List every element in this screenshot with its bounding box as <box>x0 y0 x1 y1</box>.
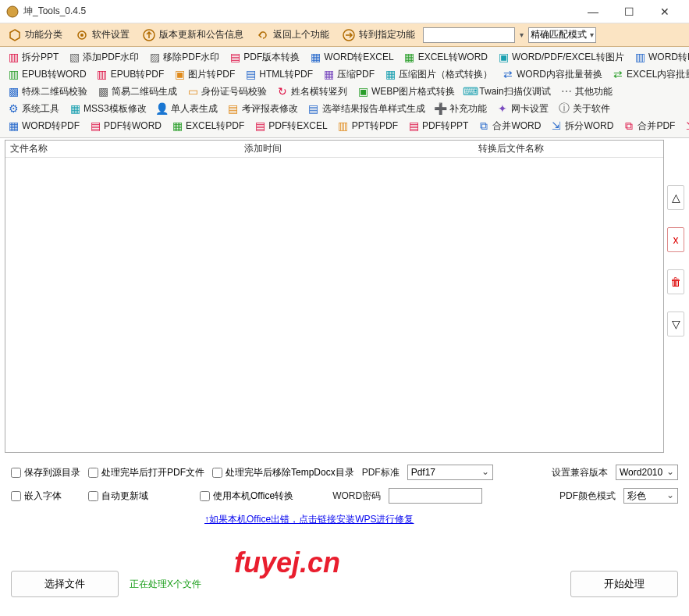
tool-add-pdf-watermark[interactable]: ▧添加PDF水印 <box>64 50 143 65</box>
tool-election-report[interactable]: ▤选举结果报告单样式生成 <box>304 101 429 116</box>
color-mode-select[interactable]: 彩色 <box>623 488 678 504</box>
options-row-1: 保存到源目录 处理完毕后打开PDF文件 处理完毕后移除TempDocx目录 PD… <box>11 461 678 484</box>
back-button[interactable]: 返回上个功能 <box>251 27 334 44</box>
chk-open-after[interactable]: 处理完毕后打开PDF文件 <box>88 466 204 479</box>
category-button[interactable]: 功能分类 <box>3 27 67 44</box>
chk-label: 使用本机Office转换 <box>213 490 293 503</box>
list-icon: ▤ <box>307 102 320 115</box>
tool-name-rotate[interactable]: ↻姓名横转竖列 <box>272 84 351 99</box>
clear-button[interactable]: 🗑 <box>667 269 684 294</box>
rotate-icon: ↻ <box>276 85 289 98</box>
tool-pdf-version[interactable]: ▤PDF版本转换 <box>225 50 304 65</box>
chk-save-source[interactable]: 保存到源目录 <box>11 466 80 479</box>
chk-label: 保存到源目录 <box>24 466 80 479</box>
svg-point-3 <box>80 34 83 37</box>
tool-label: PDF转WORD <box>104 119 162 133</box>
move-up-button[interactable]: △ <box>667 185 684 210</box>
dropdown-caret-icon[interactable]: ▾ <box>520 30 524 39</box>
tool-row-3: ▩特殊二维码校验 ▩简易二维码生成 ▭身份证号码校验 ↻姓名横转竖列 ▣WEBP… <box>3 83 686 100</box>
match-mode-select[interactable]: 精确匹配模式 ▾ <box>528 27 596 43</box>
color-mode-label: PDF颜色模式 <box>559 490 616 503</box>
tool-split-pdf[interactable]: ⇲拆分PDF <box>680 119 689 134</box>
button-label: 开始处理 <box>604 577 645 591</box>
tool-ppt-to-pdf[interactable]: ▥PPT转PDF <box>333 119 402 134</box>
tool-label: EXCEL内容批量替换 <box>627 68 689 81</box>
maximize-button[interactable]: ☐ <box>611 0 647 23</box>
html-icon: ▤ <box>244 68 257 80</box>
tool-word-to-epub[interactable]: ▥WORD转EPUB <box>630 50 689 65</box>
tool-word-to-excel[interactable]: ▦WORD转EXCEL <box>305 50 397 65</box>
back-label: 返回上个功能 <box>273 28 329 41</box>
tool-split-ppt[interactable]: ▥拆分PPT <box>3 50 62 65</box>
tool-word-batch-replace[interactable]: ⇄WORD内容批量替换 <box>498 67 606 82</box>
titlebar: 坤_Tools_0.4.5 — ☐ ✕ <box>0 0 689 23</box>
qr-icon: ▩ <box>97 85 109 98</box>
close-button[interactable]: ✕ <box>647 0 683 23</box>
id-icon: ▭ <box>186 85 199 98</box>
tool-other[interactable]: ⋯其他功能 <box>556 84 616 99</box>
compress-icon: ▦ <box>322 68 335 80</box>
tool-pdf-to-ppt[interactable]: ▤PDF转PPT <box>403 119 472 134</box>
tool-epub-to-word[interactable]: ▥EPUB转WORD <box>3 67 91 82</box>
tool-to-image[interactable]: ▣WORD/PDF/EXCEL转图片 <box>493 50 628 65</box>
tool-label: EPUB转PDF <box>111 68 165 81</box>
tool-excel-batch-replace[interactable]: ⇄EXCEL内容批量替换 <box>608 67 689 82</box>
move-down-button[interactable]: ▽ <box>667 312 684 336</box>
choose-file-button[interactable]: 选择文件 <box>11 571 119 597</box>
search-input[interactable] <box>423 27 515 43</box>
tool-mss3-template[interactable]: ▦MSS3模板修改 <box>65 101 151 116</box>
svg-marker-1 <box>10 30 20 41</box>
tool-html-to-pdf[interactable]: ▤HTML转PDF <box>240 67 317 82</box>
tool-twain-scan[interactable]: ⌨Twain扫描仪调试 <box>460 84 554 99</box>
tool-qr-verify[interactable]: ▩特殊二维码校验 <box>3 84 91 99</box>
tool-remove-pdf-watermark[interactable]: ▨移除PDF水印 <box>144 50 223 65</box>
tool-merge-word[interactable]: ⧉合并WORD <box>474 119 545 134</box>
tool-excel-to-word[interactable]: ▦EXCEL转WORD <box>400 50 492 65</box>
tool-image-to-pdf[interactable]: ▣图片转PDF <box>169 67 239 82</box>
chk-delete-temp[interactable]: 处理完毕后移除TempDocx目录 <box>212 466 354 479</box>
tool-pdf-to-word[interactable]: ▤PDF转WORD <box>85 119 165 134</box>
tool-about[interactable]: ⓘ关于软件 <box>554 101 614 116</box>
chk-auto-update[interactable]: 自动更新域 <box>88 490 148 503</box>
minimize-button[interactable]: — <box>575 0 611 23</box>
delete-button[interactable]: x <box>667 227 684 252</box>
start-button[interactable]: 开始处理 <box>570 571 678 597</box>
file-table[interactable]: 文件名称 添加时间 转换后文件名称 <box>5 140 664 453</box>
epub-icon: ▥ <box>634 51 646 63</box>
tool-id-verify[interactable]: ▭身份证号码校验 <box>183 84 271 99</box>
tool-nic-settings[interactable]: ✦网卡设置 <box>492 101 552 116</box>
tool-excel-to-pdf[interactable]: ▦EXCEL转PDF <box>167 119 248 134</box>
goto-label: 转到指定功能 <box>359 28 415 41</box>
pdf-standard-select[interactable]: Pdf17 <box>407 465 493 480</box>
pdf-icon: ▤ <box>89 119 101 132</box>
tool-label: WORD转EXCEL <box>324 51 393 64</box>
tool-webp-convert[interactable]: ▣WEBP图片格式转换 <box>353 84 459 99</box>
chk-embed-font[interactable]: 嵌入字体 <box>11 490 62 503</box>
qr-icon: ▩ <box>7 85 20 98</box>
tool-merge-pdf[interactable]: ⧉合并PDF <box>619 119 679 134</box>
tool-supplement[interactable]: ➕补充功能 <box>431 101 491 116</box>
tool-single-table[interactable]: 👤单人表生成 <box>152 101 222 116</box>
tool-eval-report[interactable]: ▤考评报表修改 <box>223 101 302 116</box>
info-icon: ⓘ <box>558 102 570 115</box>
chk-label: 自动更新域 <box>101 490 148 503</box>
word-icon: ▦ <box>7 119 20 132</box>
tool-pdf-to-excel[interactable]: ▤PDF转EXCEL <box>250 119 331 134</box>
settings-button[interactable]: 软件设置 <box>70 27 134 44</box>
word-password-input[interactable] <box>389 488 482 504</box>
tool-compress-pdf[interactable]: ▦压缩PDF <box>318 67 378 82</box>
tool-qr-generate[interactable]: ▩简易二维码生成 <box>93 84 181 99</box>
tool-label: MSS3模板修改 <box>83 102 147 116</box>
chk-local-office[interactable]: 使用本机Office转换 <box>200 490 293 503</box>
version-button[interactable]: 版本更新和公告信息 <box>137 27 248 44</box>
compat-select[interactable]: Word2010 <box>616 465 678 480</box>
chk-label: 处理完毕后打开PDF文件 <box>101 466 204 479</box>
tool-word-to-pdf[interactable]: ▦WORD转PDF <box>3 119 83 134</box>
goto-button[interactable]: 转到指定功能 <box>337 27 420 44</box>
tool-epub-to-pdf[interactable]: ▥EPUB转PDF <box>92 67 169 82</box>
settings-label: 软件设置 <box>92 28 130 41</box>
tool-system[interactable]: ⚙系统工具 <box>3 101 63 116</box>
wps-repair-link[interactable]: ↑如果本机Office出错，点击链接安装WPS进行修复 <box>204 513 414 526</box>
tool-split-word[interactable]: ⇲拆分WORD <box>546 119 617 134</box>
tool-compress-image[interactable]: ▦压缩图片（格式转换） <box>380 67 496 82</box>
